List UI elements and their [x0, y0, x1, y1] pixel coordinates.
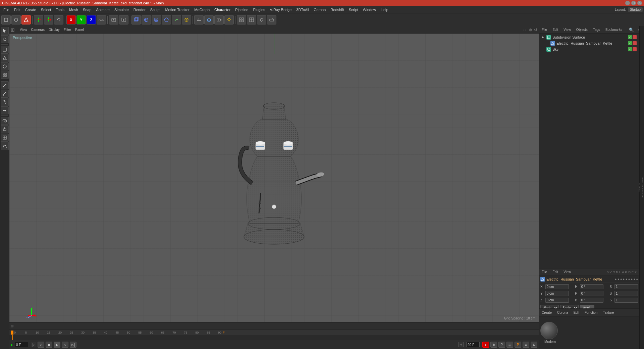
coord-p-rot-input[interactable]	[580, 291, 603, 296]
vp-display-menu[interactable]: Display	[47, 28, 61, 32]
light-btn[interactable]	[224, 15, 234, 24]
record-btn[interactable]: ●	[482, 342, 489, 348]
material-sphere-modern[interactable]	[540, 322, 558, 339]
mat-corona-menu[interactable]: Corona	[556, 310, 570, 315]
obj-row-samovar[interactable]: Electric_Russian_Samovar_Kettle ✓	[540, 40, 639, 46]
z-axis-button[interactable]: Z	[87, 15, 96, 24]
coord-sx-input[interactable]	[614, 284, 638, 289]
coord-z-pos-input[interactable]	[545, 298, 569, 303]
rotate-tool-button[interactable]	[54, 15, 63, 24]
snap-btn[interactable]	[257, 15, 266, 24]
material-item-modern[interactable]: Modern	[540, 322, 560, 344]
layout-dropdown[interactable]: Startup	[628, 7, 643, 12]
menu-motiontacker[interactable]: Motion Tracker	[163, 7, 192, 12]
menu-corona[interactable]: Corona	[312, 7, 328, 12]
menu-sculpt[interactable]: Sculpt	[148, 7, 163, 12]
menu-render[interactable]: Render	[131, 7, 148, 12]
timeline-expand-btn[interactable]: ⊞	[11, 324, 13, 328]
all-axis-button[interactable]: ALL	[97, 15, 106, 24]
menu-tools[interactable]: Tools	[54, 7, 66, 12]
vp-panel-menu[interactable]: Panel	[73, 28, 86, 32]
coord-x-pos-input[interactable]	[545, 284, 569, 289]
om-objects-menu[interactable]: Objects	[575, 28, 589, 32]
coord-sy-input[interactable]	[614, 291, 638, 296]
texture-mode-button[interactable]	[11, 15, 21, 24]
mat-function-menu[interactable]: Function	[583, 310, 599, 315]
boolean-btn[interactable]	[1, 117, 9, 125]
mat-texture-menu[interactable]: Texture	[601, 310, 615, 315]
grid-btn[interactable]	[237, 15, 246, 24]
obj-dot-subdivision[interactable]	[633, 35, 637, 39]
view-layout-btn[interactable]	[247, 15, 256, 24]
menu-animate[interactable]: Animate	[94, 7, 112, 12]
more-btn[interactable]: ≡	[523, 342, 529, 348]
om-bookmarks-menu[interactable]: Bookmarks	[604, 28, 624, 32]
cube-btn[interactable]	[131, 15, 141, 24]
bend-btn[interactable]	[172, 15, 181, 24]
menu-window[interactable]: Window	[361, 7, 378, 12]
viewport-3d[interactable]: Perspective	[9, 34, 539, 322]
vp-nav-move[interactable]: ↔	[523, 28, 527, 32]
stop-btn[interactable]: ■	[46, 342, 52, 348]
spline-btn[interactable]	[1, 142, 9, 150]
extrude-btn[interactable]	[1, 125, 9, 133]
menu-pipeline[interactable]: Pipeline	[233, 7, 250, 12]
lasso-select-btn[interactable]	[1, 35, 9, 43]
sphere-btn[interactable]	[142, 15, 151, 24]
vp-view-menu[interactable]: View	[18, 28, 29, 32]
next-keyframe-btn[interactable]: ▷|	[70, 342, 76, 348]
knife-btn[interactable]	[1, 98, 9, 106]
menu-script[interactable]: Script	[347, 7, 360, 12]
menu-snap[interactable]: Snap	[81, 7, 94, 12]
om-tags-menu[interactable]: Tags	[592, 28, 601, 32]
expand-icon-subdivision[interactable]	[541, 35, 545, 39]
om-search-btn[interactable]: 🔍	[629, 28, 634, 32]
loop-btn[interactable]: ↻	[490, 342, 497, 348]
menu-file[interactable]: File	[1, 7, 11, 12]
floor-btn[interactable]	[194, 15, 204, 24]
x-axis-button[interactable]: X	[66, 15, 76, 24]
menu-character[interactable]: Character	[212, 7, 232, 12]
vp-nav-zoom[interactable]: ⊕	[529, 28, 532, 32]
render-view-button[interactable]	[119, 15, 128, 24]
timeline-track[interactable]	[9, 335, 539, 340]
obj-check-vis-sky[interactable]: ✓	[628, 47, 632, 51]
menu-3dtoall[interactable]: 3DToAll	[294, 7, 311, 12]
close-button[interactable]: ✕	[637, 1, 642, 5]
maximize-button[interactable]: □	[631, 1, 636, 5]
view-4-btn[interactable]	[1, 71, 9, 79]
mat-edit-menu[interactable]: Edit	[572, 310, 581, 315]
minimize-button[interactable]: –	[625, 1, 630, 5]
coord-sz-input[interactable]	[614, 298, 638, 303]
brush-btn[interactable]	[1, 90, 9, 98]
view-3-btn[interactable]	[1, 62, 9, 70]
sidebar-label-attr[interactable]: Attribute Browser	[641, 177, 644, 198]
y-axis-button[interactable]: Y	[76, 15, 86, 24]
view-2-btn[interactable]	[1, 54, 9, 62]
keyframe-type-btn[interactable]: P	[515, 342, 521, 348]
om-view-menu[interactable]: View	[562, 28, 572, 32]
end-frame-input[interactable]: 90 F	[466, 342, 480, 347]
obj-check-vis-subdivision[interactable]: ✓	[628, 35, 632, 39]
vp-cameras-menu[interactable]: Cameras	[30, 28, 47, 32]
obj-dot-sky[interactable]	[633, 47, 637, 51]
menu-vraybridge[interactable]: V-Ray Bridge	[268, 7, 294, 12]
subdivide-btn[interactable]	[1, 134, 9, 142]
sky-btn[interactable]	[204, 15, 214, 24]
menu-redshift[interactable]: Redshift	[328, 7, 346, 12]
cylinder-btn[interactable]	[152, 15, 161, 24]
mat-create-menu[interactable]: Create	[540, 310, 553, 315]
camera-btn[interactable]	[214, 15, 224, 24]
menu-mograph[interactable]: MoGraph	[192, 7, 212, 12]
coord-b-rot-input[interactable]	[580, 298, 603, 303]
om-edit-menu[interactable]: Edit	[551, 28, 559, 32]
obj-check-vis-samovar[interactable]: ✓	[628, 41, 632, 45]
object-mode-button[interactable]	[21, 15, 31, 24]
select-tool-btn[interactable]	[1, 27, 9, 35]
scale-tool-button[interactable]	[44, 15, 53, 24]
attr-view-menu[interactable]: View	[562, 270, 572, 274]
timeline-ruler[interactable]: 0 5 10 15 20 25 30 35 40 45 50 55 60 65 …	[9, 330, 539, 335]
render-to-picture-button[interactable]	[109, 15, 118, 24]
pen-tool-btn[interactable]	[1, 81, 9, 89]
obj-row-subdivision[interactable]: Subdivision Surface ✓	[540, 34, 639, 40]
